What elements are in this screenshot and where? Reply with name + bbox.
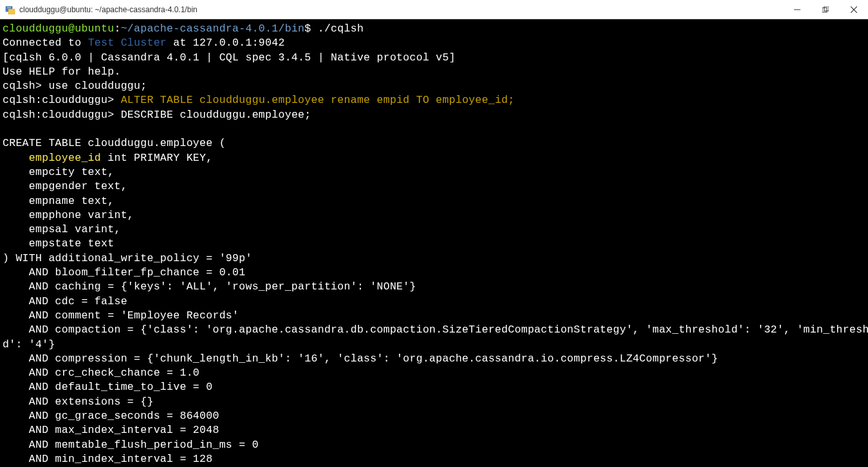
with-extensions: AND extensions = {} (3, 396, 154, 408)
with-caching: AND caching = {'keys': 'ALL', 'rows_per_… (3, 280, 416, 293)
connect-suffix: at 127.0.0.1:9042 (167, 37, 285, 49)
alter-kw1: ALTER (121, 94, 154, 106)
column-empsal: empsal varint, (3, 223, 121, 235)
with-bloom-filter: AND bloom_filter_fp_chance = 0.01 (3, 266, 245, 279)
describe-command: DESCRIBE cloudduggu.employee; (121, 109, 311, 121)
with-cdc: AND cdc = false (3, 295, 127, 307)
create-table-line: CREATE TABLE cloudduggu.employee ( (3, 137, 226, 149)
maximize-button[interactable] (817, 2, 835, 17)
prompt-dollar: $ (304, 23, 311, 35)
svg-rect-1 (8, 9, 15, 14)
column-empstate: empstate text (3, 237, 114, 250)
column-employee-id: employee_id (3, 152, 101, 164)
alter-kw3: rename (331, 94, 370, 106)
with-gc-grace: AND gc_grace_seconds = 864000 (3, 410, 219, 422)
with-crc-check: AND crc_check_chance = 1.0 (3, 367, 199, 379)
use-command: use cloudduggu; (48, 80, 147, 92)
with-memtable-flush: AND memtable_flush_period_in_ms = 0 (3, 439, 259, 451)
column-empgender: empgender text, (3, 180, 127, 192)
prompt-user: cloudduggu@ubuntu (3, 23, 114, 35)
prompt-sep: : (114, 23, 120, 35)
with-compaction: AND compaction = {'class': 'org.apache.c… (3, 324, 868, 336)
minimize-button[interactable] (788, 2, 806, 17)
with-compaction-cont: d': '4'} (3, 338, 55, 351)
terminal-output[interactable]: cloudduggu@ubuntu:~/apache-cassandra-4.0… (0, 19, 868, 467)
alter-table: cloudduggu.employee (193, 94, 331, 106)
with-min-index: AND min_index_interval = 128 (3, 453, 212, 465)
with-max-index: AND max_index_interval = 2048 (3, 424, 219, 436)
with-default-ttl: AND default_time_to_live = 0 (3, 381, 212, 393)
cluster-name: Test Cluster (88, 37, 167, 49)
close-button[interactable] (845, 2, 863, 17)
cqlsh-prompt: cqlsh> (3, 80, 48, 92)
command-cqlsh: ./cqlsh (311, 23, 364, 35)
with-additional-write-policy: ) WITH additional_write_policy = '99p' (3, 252, 252, 264)
with-comment: AND comment = 'Employee Records' (3, 309, 239, 322)
alter-kw2: TABLE (154, 94, 193, 106)
putty-icon (5, 5, 15, 15)
version-line: [cqlsh 6.0.0 | Cassandra 4.0.1 | CQL spe… (3, 51, 456, 64)
column-empcity: empcity text, (3, 166, 114, 178)
connect-prefix: Connected to (3, 37, 88, 49)
with-compression: AND compression = {'chunk_length_in_kb':… (3, 353, 718, 365)
prompt-path: ~/apache-cassandra-4.0.1/bin (121, 23, 305, 35)
help-line: Use HELP for help. (3, 66, 121, 78)
window-title: cloudduggu@ubuntu: ~/apache-cassandra-4.… (19, 5, 788, 14)
column-empname: empname text, (3, 195, 114, 207)
alter-kw4: TO (416, 94, 429, 106)
alter-newcol: employee_id; (429, 94, 515, 106)
alter-col: empid (370, 94, 416, 106)
cqlsh-prompt-keyspace2: cqlsh:cloudduggu> (3, 109, 121, 121)
window-controls (788, 2, 863, 17)
cqlsh-prompt-keyspace: cqlsh:cloudduggu> (3, 94, 121, 106)
window-titlebar: cloudduggu@ubuntu: ~/apache-cassandra-4.… (0, 0, 868, 19)
column-empphone: empphone varint, (3, 209, 134, 221)
column-employee-id-type: int PRIMARY KEY, (101, 152, 212, 164)
